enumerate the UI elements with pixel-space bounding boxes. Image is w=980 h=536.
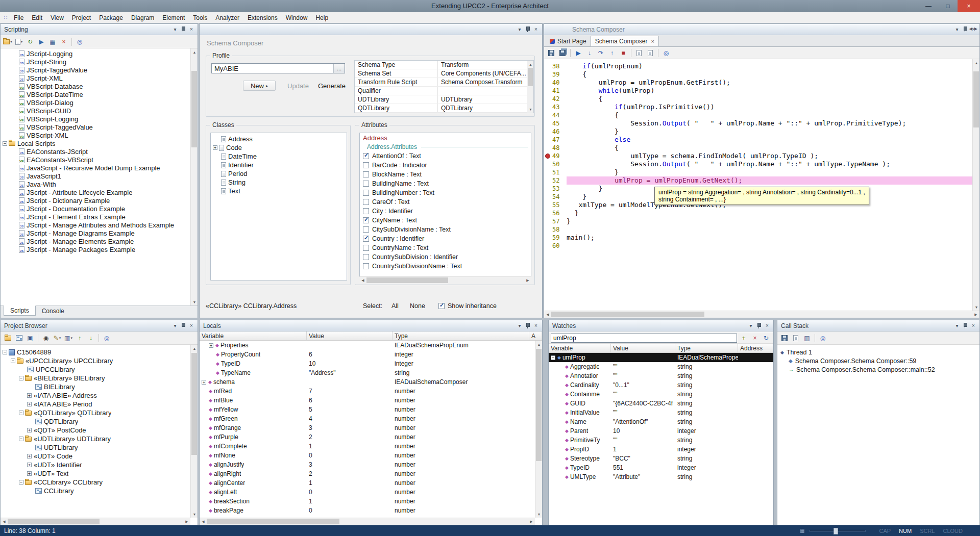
app-grid-icon[interactable]: ∷ <box>2 15 10 20</box>
variable-row[interactable]: ◆Aggregatic""string <box>549 362 773 371</box>
gutter-line[interactable]: 55 <box>544 201 567 209</box>
menu-tools[interactable]: Tools <box>189 13 211 23</box>
close-icon[interactable]: × <box>187 322 195 330</box>
call-stack-header[interactable]: Call Stack ▾ × <box>777 320 979 331</box>
tree-item[interactable]: JScript - Manage Packages Example <box>1 245 190 253</box>
variable-row[interactable]: ◆breakSection1number <box>200 497 542 506</box>
tab-console[interactable]: Console <box>36 306 70 316</box>
scripting-header[interactable]: Scripting ▾ × <box>1 24 198 35</box>
tab-schema-composer[interactable]: Schema Composer× <box>591 36 659 46</box>
tree-item[interactable]: +«IATA ABIE» Period <box>1 400 190 409</box>
variable-row[interactable]: ◆TypeName"Address"string <box>200 368 542 377</box>
chevron-down-icon[interactable]: ▾ <box>171 25 179 34</box>
horizontal-scrollbar[interactable]: ◀ ▶ <box>359 276 531 284</box>
vertical-scrollbar[interactable]: ▲ ▼ <box>535 341 542 518</box>
tree-item[interactable]: CCLibrary <box>1 487 190 495</box>
class-item[interactable]: Period <box>211 169 347 178</box>
tree-item[interactable]: −«CCLibrary» CCLibrary <box>1 478 190 487</box>
menu-view[interactable]: View <box>46 13 68 23</box>
tree-item[interactable]: VBScript-TaggedValue <box>1 123 190 131</box>
gutter-line[interactable]: 50 <box>544 160 567 168</box>
attribute-row[interactable]: City : Identifier <box>360 207 531 216</box>
close-icon[interactable]: × <box>763 322 771 330</box>
variable-row[interactable]: ◆Stereotype"BCC"string <box>549 454 773 463</box>
save-all-icon[interactable] <box>557 48 568 58</box>
class-item[interactable]: +Code <box>211 143 347 152</box>
vertical-scrollbar[interactable]: ▲ ▼ <box>972 59 979 311</box>
expand-icon[interactable]: + <box>202 380 206 385</box>
tree-item[interactable]: VBScript-DateTime <box>1 90 190 98</box>
code-line[interactable]: umlProp = umlPropEnum.GetFirst(); <box>567 79 972 87</box>
variable-row[interactable]: +◆schemaIEADualSchemaComposer <box>200 377 542 387</box>
column-header-value[interactable]: Value <box>307 331 393 340</box>
stack-frame-row[interactable]: ◆Schema Composer.Schema Composer::59 <box>777 356 979 365</box>
minimize-button[interactable]: — <box>919 0 938 12</box>
variable-row[interactable]: ◆mfNone0number <box>200 451 542 460</box>
attribute-row[interactable]: BarCode : Indicator <box>360 161 531 170</box>
column-header-variable[interactable]: Variable <box>200 331 307 340</box>
vertical-scrollbar[interactable]: ▲ ▼ <box>527 61 533 113</box>
menu-project[interactable]: Project <box>68 13 95 23</box>
scrollbar-thumb[interactable] <box>973 71 979 127</box>
profile-grid-row[interactable]: Schema SetCore Components (UN/CEFA... <box>355 69 527 78</box>
scroll-left-arrow[interactable]: ◀ <box>200 518 207 525</box>
code-line[interactable]: } <box>567 127 972 136</box>
collapse-icon[interactable]: − <box>19 437 23 441</box>
help-icon[interactable]: ◎ <box>818 333 828 343</box>
class-item[interactable]: Identifier <box>211 161 347 169</box>
expand-icon[interactable]: + <box>27 471 32 476</box>
zoom-slider[interactable] <box>810 530 866 532</box>
collapse-icon[interactable]: − <box>551 355 555 360</box>
collapse-icon[interactable]: − <box>3 350 7 354</box>
find-in-project-icon[interactable]: ◉ <box>41 333 51 343</box>
scroll-up-arrow[interactable]: ▲ <box>191 48 198 56</box>
close-icon[interactable]: × <box>187 25 195 34</box>
expand-icon[interactable]: + <box>213 145 217 150</box>
thread-row[interactable]: ◆Thread 1 <box>777 348 979 356</box>
collapse-icon[interactable]: − <box>3 141 7 146</box>
stack-frame-row[interactable]: →Schema Composer.Schema Composer::main::… <box>777 365 979 374</box>
variable-row[interactable]: ◆mfYellow5number <box>200 405 542 414</box>
debug-script-icon[interactable]: ▦ <box>47 37 58 47</box>
tree-item[interactable]: JScript-TaggedValue <box>1 66 190 74</box>
chevron-down-icon[interactable]: ▾ <box>171 322 179 330</box>
tree-item[interactable]: EAConstants-JScript <box>1 147 190 156</box>
scroll-down-arrow[interactable]: ▼ <box>973 303 979 311</box>
expand-icon[interactable]: + <box>27 393 32 398</box>
tree-item[interactable]: −Local Scripts <box>1 139 190 147</box>
tree-item[interactable]: JScript - Documentation Example <box>1 205 190 213</box>
tree-item[interactable]: JScript - Attribute Lifecycle Example <box>1 188 190 196</box>
collapse-icon[interactable]: − <box>11 359 15 363</box>
expand-icon[interactable]: + <box>209 343 213 348</box>
tree-item[interactable]: +«IATA ABIE» Address <box>1 391 190 400</box>
tree-item[interactable]: UPCCLibrary <box>1 365 190 374</box>
variable-row[interactable]: ◆TypeID551integer <box>549 463 773 472</box>
gutter-line[interactable]: 48 <box>544 144 567 152</box>
tree-item[interactable]: JScript - Manage Elements Example <box>1 237 190 245</box>
scroll-down-arrow[interactable]: ▼ <box>535 511 543 518</box>
class-item[interactable]: String <box>211 178 347 187</box>
code-line[interactable]: { <box>567 70 972 79</box>
variable-row[interactable]: ◆mfPurple2number <box>200 432 542 442</box>
tab-scroll-left-icon[interactable]: ◀ <box>969 27 972 31</box>
profile-name-combo[interactable]: MyABIE ... <box>211 63 345 73</box>
new-script-icon[interactable]: ▾ <box>14 37 24 47</box>
attribute-row[interactable]: CountrySubDivisionName : Text <box>360 262 531 271</box>
variable-row[interactable]: ◆Parent10integer <box>549 426 773 436</box>
variable-row[interactable]: ◆Containme""string <box>549 390 773 399</box>
tree-item[interactable]: −«UDTLibrary» UDTLibrary <box>1 435 190 443</box>
scrollbar-thumb[interactable] <box>191 71 197 147</box>
profile-grid-row[interactable]: UDTLibraryUDTLibrary <box>355 95 527 104</box>
checkbox-checked[interactable] <box>363 217 369 223</box>
profile-grid-row[interactable]: QDTLibraryQDTLibrary <box>355 104 527 113</box>
tree-item[interactable]: QDTLibrary <box>1 417 190 426</box>
class-item[interactable]: DateTime <box>211 152 347 161</box>
class-item[interactable]: Address <box>211 135 347 143</box>
select-all-button[interactable]: All <box>391 302 399 310</box>
tree-item[interactable]: JScript-Logging <box>1 49 190 58</box>
attribute-row[interactable]: BuildingName : Text <box>360 179 531 188</box>
browse-button[interactable]: ... <box>333 64 345 73</box>
watches-header[interactable]: Watches ▾ × <box>549 320 773 331</box>
refresh-scripts-icon[interactable]: ↻ <box>25 37 35 47</box>
tree-item[interactable]: BIELibrary <box>1 382 190 391</box>
